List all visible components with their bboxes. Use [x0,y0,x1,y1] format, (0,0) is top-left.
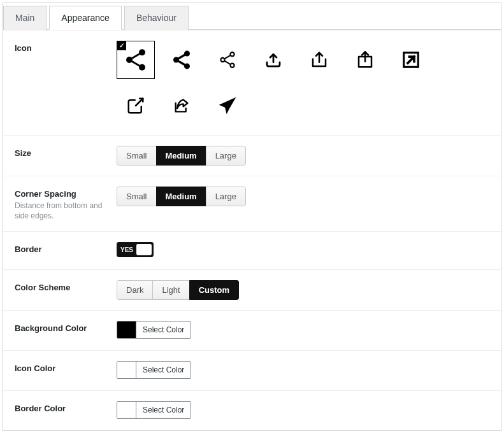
label-icon-color: Icon Color [15,361,117,373]
row-size: Size Small Medium Large [3,135,501,176]
label-background-color: Background Color [15,321,117,333]
row-corner-spacing: Corner Spacing Distance from bottom and … [3,176,501,231]
svg-line-13 [224,55,231,59]
icon-color-swatch [117,362,136,378]
border-toggle[interactable]: YES [117,242,154,257]
background-color-picker[interactable]: Select Color [117,321,191,339]
upload-tray-icon [264,50,283,69]
svg-line-9 [178,61,185,65]
svg-line-8 [178,55,185,59]
border-color-picker[interactable]: Select Color [117,401,191,419]
share-arrow-box-icon [171,95,192,116]
row-border: Border YES [3,231,501,269]
icon-color-picker[interactable]: Select Color [117,361,191,379]
tab-behaviour[interactable]: Behaviour [124,6,189,30]
corner-spacing-group: Small Medium Large [117,187,246,206]
icon-option-share-filled[interactable] [117,41,155,79]
label-size: Size [15,146,117,158]
label-border: Border [15,242,117,254]
svg-point-11 [220,58,224,62]
size-small[interactable]: Small [117,146,157,166]
tab-main[interactable]: Main [3,6,47,30]
share-nodes-bold-icon [171,49,192,71]
size-large[interactable]: Large [206,146,246,166]
share-nodes-outline-icon [218,50,237,69]
svg-point-12 [230,64,234,67]
svg-line-14 [224,61,231,65]
icon-option-external-filled[interactable] [392,41,430,79]
icon-option-paper-plane[interactable] [208,87,247,125]
tabs: Main Appearance Behaviour [3,3,501,30]
label-color-scheme: Color Scheme [15,280,117,292]
border-color-swatch [117,402,136,418]
corner-small[interactable]: Small [117,187,157,206]
toggle-knob [136,244,152,255]
scheme-dark[interactable]: Dark [117,280,153,300]
icon-option-share-bold[interactable] [162,41,201,79]
row-icon-color: Icon Color Select Color [3,350,501,390]
row-border-color: Border Color Select Color [3,390,501,430]
icon-option-share-outline[interactable] [208,41,247,79]
svg-line-3 [132,54,140,59]
icon-option-share-arrow-box[interactable] [162,87,201,125]
share-nodes-filled-icon [123,47,148,73]
corner-large[interactable]: Large [206,187,246,206]
label-border-color: Border Color [15,401,117,413]
icon-grid [117,41,473,125]
size-medium[interactable]: Medium [156,146,206,166]
scheme-light[interactable]: Light [152,280,189,300]
icon-option-upload-box-open[interactable] [300,41,338,79]
label-corner-spacing-desc: Distance from bottom and side edges. [15,201,117,221]
appearance-panel: Main Appearance Behaviour Icon [3,3,501,431]
background-color-button[interactable]: Select Color [136,321,191,338]
share-box-icon [356,50,375,69]
upload-open-box-icon [310,50,329,69]
border-color-button[interactable]: Select Color [136,402,191,418]
toggle-on-label: YES [120,246,133,253]
scheme-custom[interactable]: Custom [189,280,239,300]
tab-appearance[interactable]: Appearance [49,6,122,30]
row-icon: Icon [3,30,501,135]
icon-option-external-outline[interactable] [117,87,155,125]
label-corner-spacing: Corner Spacing Distance from bottom and … [15,187,117,221]
icon-option-upload-tray[interactable] [254,41,292,79]
external-link-filled-icon [401,50,421,69]
color-scheme-group: Dark Light Custom [117,280,239,300]
external-link-outline-icon [126,96,145,115]
label-icon: Icon [15,41,117,53]
size-group: Small Medium Large [117,146,246,166]
row-background-color: Background Color Select Color [3,310,501,350]
icon-color-button[interactable]: Select Color [136,362,191,378]
icon-option-share-box[interactable] [346,41,384,79]
svg-line-4 [132,61,140,66]
corner-medium[interactable]: Medium [156,187,206,206]
paper-plane-icon [217,95,238,116]
background-color-swatch [117,321,136,338]
svg-point-10 [230,52,234,56]
row-color-scheme: Color Scheme Dark Light Custom [3,269,501,310]
